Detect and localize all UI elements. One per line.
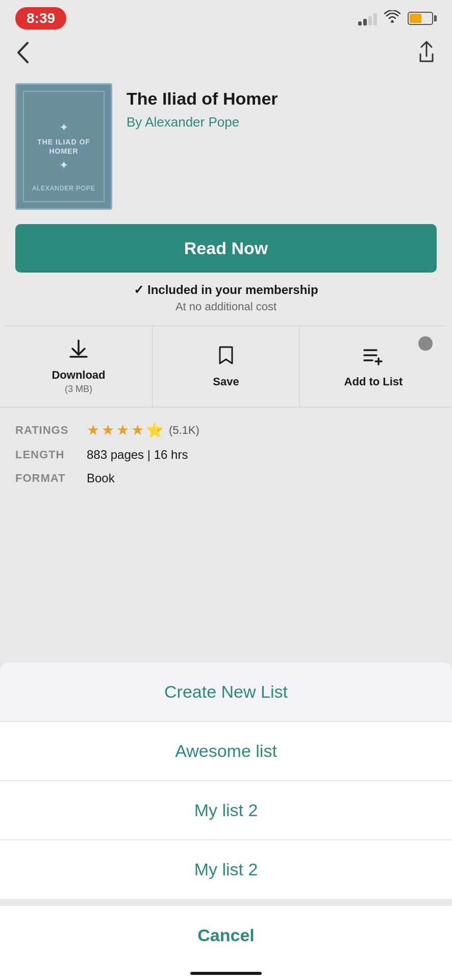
cover-dagger-top: ✦ bbox=[59, 121, 68, 134]
book-cover: ✦ THE ILIAD OF HOMER ✦ ALEXANDER POPE bbox=[15, 83, 112, 210]
rating-count: (5.1K) bbox=[169, 424, 199, 437]
create-new-list-label: Create New List bbox=[164, 682, 288, 702]
cover-title: THE ILIAD OF HOMER bbox=[37, 137, 90, 156]
list-item-awesome[interactable]: Awesome list bbox=[0, 722, 452, 781]
status-bar: 8:39 bbox=[0, 0, 452, 35]
signal-icon bbox=[358, 11, 377, 26]
back-button[interactable] bbox=[15, 41, 30, 67]
cover-author: ALEXANDER POPE bbox=[32, 185, 95, 192]
wifi-icon bbox=[384, 10, 400, 27]
ratings-row: RATINGS ★ ★ ★ ★ ⭐ (5.1K) bbox=[15, 422, 437, 438]
add-to-list-action[interactable]: Add to List bbox=[300, 326, 447, 407]
format-row: FORMAT Book bbox=[15, 471, 437, 485]
author-name: Alexander Pope bbox=[145, 114, 239, 130]
details-section: RATINGS ★ ★ ★ ★ ⭐ (5.1K) LENGTH 883 page… bbox=[0, 407, 452, 505]
length-label: LENGTH bbox=[15, 448, 77, 461]
add-to-list-label: Add to List bbox=[344, 375, 403, 388]
battery-icon bbox=[408, 12, 437, 25]
save-label: Save bbox=[213, 375, 239, 388]
book-author: By Alexander Pope bbox=[127, 114, 437, 130]
list-item-2-label: My list 2 bbox=[194, 800, 258, 820]
length-row: LENGTH 883 pages | 16 hrs bbox=[15, 448, 437, 462]
format-label: FORMAT bbox=[15, 472, 77, 485]
create-new-list-item[interactable]: Create New List bbox=[0, 663, 452, 722]
add-to-list-dot bbox=[418, 336, 433, 351]
star-1: ★ bbox=[87, 422, 99, 438]
share-button[interactable] bbox=[416, 40, 437, 68]
read-now-button[interactable]: Read Now bbox=[15, 224, 437, 273]
cancel-button[interactable]: Cancel bbox=[0, 906, 452, 965]
download-size: (3 MB) bbox=[65, 384, 92, 395]
status-icons bbox=[358, 10, 437, 27]
home-bar bbox=[190, 972, 262, 975]
download-label: Download bbox=[52, 369, 105, 382]
bottom-sheet: Create New List Awesome list My list 2 M… bbox=[0, 663, 452, 899]
save-icon bbox=[216, 345, 236, 370]
ratings-label: RATINGS bbox=[15, 424, 77, 437]
list-item-3[interactable]: My list 2 bbox=[0, 840, 452, 899]
home-indicator bbox=[0, 965, 452, 980]
add-to-list-icon bbox=[362, 345, 385, 370]
author-prefix: By bbox=[127, 114, 145, 130]
nav-bar bbox=[0, 35, 452, 76]
status-time: 8:39 bbox=[15, 7, 66, 30]
list-item-2[interactable]: My list 2 bbox=[0, 781, 452, 840]
book-info: The Iliad of Homer By Alexander Pope bbox=[127, 83, 437, 210]
book-section: ✦ THE ILIAD OF HOMER ✦ ALEXANDER POPE Th… bbox=[0, 76, 452, 224]
bottom-sheet-overlay: Create New List Awesome list My list 2 M… bbox=[0, 663, 452, 980]
star-2: ★ bbox=[102, 422, 114, 438]
format-value: Book bbox=[87, 471, 115, 485]
star-3: ★ bbox=[116, 422, 129, 438]
list-item-awesome-label: Awesome list bbox=[175, 741, 277, 761]
star-5: ⭐ bbox=[146, 422, 164, 438]
book-title: The Iliad of Homer bbox=[127, 88, 437, 109]
star-rating: ★ ★ ★ ★ ⭐ bbox=[87, 422, 164, 438]
save-action[interactable]: Save bbox=[153, 326, 300, 407]
actions-row: Download (3 MB) Save Add to List bbox=[5, 326, 447, 407]
svg-point-0 bbox=[391, 20, 394, 22]
star-4: ★ bbox=[131, 422, 144, 438]
cover-dagger-bottom: ✦ bbox=[59, 159, 68, 172]
download-icon bbox=[68, 338, 89, 363]
cancel-label: Cancel bbox=[197, 925, 255, 945]
membership-included: Included in your membership bbox=[0, 283, 452, 297]
ratings-value: ★ ★ ★ ★ ⭐ (5.1K) bbox=[87, 422, 199, 438]
length-value: 883 pages | 16 hrs bbox=[87, 448, 188, 462]
list-item-3-label: My list 2 bbox=[194, 860, 258, 879]
membership-cost: At no additional cost bbox=[0, 300, 452, 313]
download-action[interactable]: Download (3 MB) bbox=[5, 326, 153, 407]
membership-info: Included in your membership At no additi… bbox=[0, 283, 452, 313]
